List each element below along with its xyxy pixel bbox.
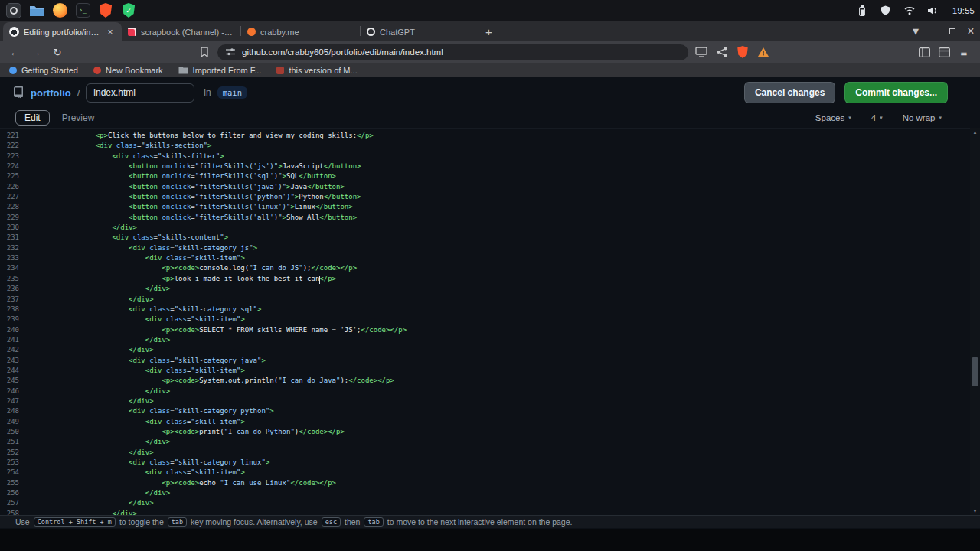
maximize-button[interactable] — [943, 21, 962, 41]
line-number: 257 — [0, 498, 29, 508]
file-manager-button[interactable] — [28, 2, 45, 19]
code-line[interactable]: 229 <button onclick="filterSkills('all')… — [0, 213, 980, 223]
editor-scrollbar[interactable]: ▴ ▾ — [970, 128, 980, 516]
hint-text: then — [345, 517, 360, 527]
tab-edit[interactable]: Edit — [15, 110, 50, 126]
code-line[interactable]: 248 <div class="skill-category python"> — [0, 406, 980, 416]
reading-panel-icon[interactable] — [936, 44, 952, 60]
code-line[interactable]: 228 <button onclick="filterSkills('linux… — [0, 202, 980, 212]
code-line[interactable]: 245 <p><code>System.out.println("I can d… — [0, 376, 980, 386]
app-menu-icon — [6, 3, 21, 18]
code-line[interactable]: 242 </div> — [0, 345, 980, 355]
site-settings-icon[interactable] — [225, 47, 236, 57]
cancel-changes-button[interactable]: Cancel changes — [744, 82, 835, 103]
terminal-button[interactable]: ›_ — [74, 2, 91, 19]
code-line[interactable]: 252 </div> — [0, 448, 980, 458]
code-line[interactable]: 225 <button onclick="filterSkills('sql')… — [0, 171, 980, 181]
filename-input[interactable] — [86, 83, 194, 103]
code-line[interactable]: 246 </div> — [0, 386, 980, 396]
code-line[interactable]: 236 </div> — [0, 284, 980, 294]
commit-changes-button[interactable]: Commit changes... — [844, 82, 948, 103]
tab-chatgpt[interactable]: ChatGPT — [361, 22, 479, 41]
code-line[interactable]: 237 </div> — [0, 295, 980, 305]
bookmark-page-icon[interactable] — [196, 44, 213, 60]
line-number: 252 — [0, 448, 29, 458]
code-line[interactable]: 221 <p>Click the buttons below to filter… — [0, 131, 980, 141]
minimize-button[interactable] — [925, 21, 943, 41]
code-line[interactable]: 255 <p><code>echo "I can use Linux"</cod… — [0, 478, 980, 488]
line-number: 230 — [0, 223, 29, 233]
code-line[interactable]: 233 <div class="skill-item"> — [0, 253, 980, 263]
bookmark-new-bookmark[interactable]: New Bookmark — [93, 66, 163, 75]
editor-header: portfolio / in main Cancel changes Commi… — [0, 77, 980, 108]
shield-status-icon[interactable] — [877, 2, 894, 19]
app-menu-button[interactable] — [5, 2, 22, 19]
scroll-up-icon[interactable]: ▴ — [970, 128, 980, 137]
tab-close-icon[interactable]: × — [105, 27, 116, 37]
tab-crabby[interactable]: crabby.me — [241, 22, 360, 41]
code-line[interactable]: 240 <p><code>SELECT * FROM skills WHERE … — [0, 325, 980, 335]
firefox-button[interactable] — [51, 2, 68, 19]
code-line[interactable]: 249 <div class="skill-item"> — [0, 417, 980, 427]
address-bar[interactable]: github.com/crabby605/portfolio/edit/main… — [217, 44, 688, 60]
share-icon[interactable] — [714, 44, 730, 60]
wrap-mode-select[interactable]: No wrap ▾ — [903, 113, 942, 122]
code-line[interactable]: 231 <div class="skills-content"> — [0, 233, 980, 243]
kbd-control-shift-m: Control + Shift + m — [34, 517, 116, 527]
url-text[interactable]: github.com/crabby605/portfolio/edit/main… — [242, 47, 443, 57]
brave-rewards-icon[interactable] — [755, 44, 772, 60]
repo-link[interactable]: portfolio — [31, 87, 71, 99]
bookmark-imported-folder[interactable]: Imported From F... — [178, 66, 262, 75]
bookmark-label: this version of M... — [289, 66, 357, 75]
tab-search-icon[interactable]: ▾ — [906, 21, 925, 41]
indent-size-select[interactable]: 4 ▾ — [871, 113, 883, 122]
network-wifi-icon[interactable] — [901, 2, 918, 19]
browser-menu-icon[interactable]: ≡ — [956, 44, 972, 60]
tab-preview[interactable]: Preview — [62, 112, 95, 123]
code-line[interactable]: 253 <div class="skill-category linux"> — [0, 458, 980, 468]
volume-icon[interactable] — [925, 2, 942, 19]
indent-mode-select[interactable]: Spaces ▾ — [815, 113, 851, 122]
code-line[interactable]: 235 <p>look i made it look the best it c… — [0, 274, 980, 284]
code-line[interactable]: 247 </div> — [0, 396, 980, 406]
code-line[interactable]: 230 </div> — [0, 223, 980, 233]
close-button[interactable]: × — [962, 21, 980, 41]
code-line[interactable]: 254 <div class="skill-item"> — [0, 468, 980, 478]
code-line[interactable]: 250 <p><code>print("I can do Python")</c… — [0, 427, 980, 437]
scrollbar-thumb[interactable] — [972, 357, 978, 386]
tab-editing-index[interactable]: Editing portfolio/index.htm... × — [3, 22, 122, 41]
sidebar-toggle-icon[interactable] — [916, 44, 933, 60]
screen-share-icon[interactable] — [693, 44, 710, 60]
battery-icon[interactable] — [854, 2, 871, 19]
code-line[interactable]: 234 <p><code>console.log("I can do JS");… — [0, 263, 980, 273]
code-line[interactable]: 224 <button onclick="filterSkills('js')"… — [0, 161, 980, 171]
code-line[interactable]: 223 <div class="skills-filter"> — [0, 152, 980, 161]
code-line[interactable]: 238 <div class="skill-category sql"> — [0, 305, 980, 315]
code-line[interactable]: 222 <div class="skills-section"> — [0, 141, 980, 151]
brave-button[interactable] — [97, 2, 114, 19]
forward-button[interactable]: → — [28, 44, 44, 60]
bookmarks-bar: Getting Started New Bookmark Imported Fr… — [0, 63, 980, 77]
code-line[interactable]: 256 </div> — [0, 488, 980, 498]
code-line[interactable]: 232 <div class="skill-category js"> — [0, 243, 980, 253]
code-line[interactable]: 257 </div> — [0, 498, 980, 508]
code-line[interactable]: 244 <div class="skill-item"> — [0, 366, 980, 376]
back-button[interactable]: ← — [6, 44, 23, 60]
tab-scrapbook[interactable]: scrapbook (Channel) - Hack Club — [122, 22, 240, 41]
code-line[interactable]: 251 </div> — [0, 437, 980, 447]
reload-button[interactable]: ↻ — [49, 44, 66, 60]
code-line[interactable]: 243 <div class="skill-category java"> — [0, 356, 980, 366]
bookmark-getting-started[interactable]: Getting Started — [9, 66, 78, 75]
tab-title: Editing portfolio/index.htm... — [24, 28, 100, 37]
code-line[interactable]: 227 <button onclick="filterSkills('pytho… — [0, 192, 980, 202]
code-line[interactable]: 239 <div class="skill-item"> — [0, 315, 980, 324]
line-number: 233 — [0, 253, 29, 263]
security-app-button[interactable]: ✓ — [120, 2, 137, 19]
brave-shields-icon[interactable] — [734, 44, 751, 60]
new-tab-button[interactable]: + — [479, 22, 498, 41]
code-line[interactable]: 226 <button onclick="filterSkills('java'… — [0, 182, 980, 192]
line-number: 236 — [0, 284, 29, 294]
code-line[interactable]: 241 </div> — [0, 335, 980, 345]
bookmark-this-version[interactable]: this version of M... — [276, 66, 357, 75]
code-editor[interactable]: 221 <p>Click the buttons below to filter… — [0, 128, 980, 516]
